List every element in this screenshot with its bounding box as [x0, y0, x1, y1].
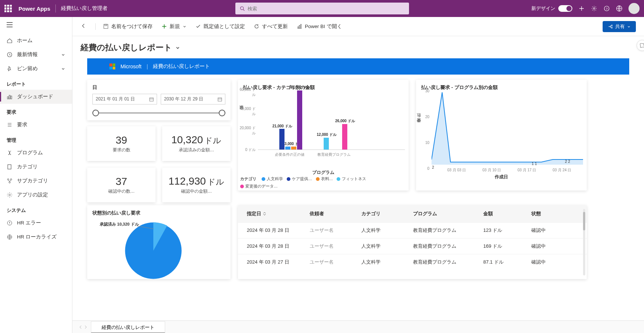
chevron-down-icon	[61, 52, 65, 57]
line-ytick: 20	[416, 115, 429, 119]
col-category[interactable]: カテゴリ	[361, 210, 413, 217]
line-chart-tile: 払い戻し要求 - プログラム別の金額 要求の数 0 10 20 30 28	[416, 80, 587, 190]
date-from-input[interactable]: 2021 年 01 月 01 日	[92, 94, 157, 104]
sort-icon	[263, 212, 266, 216]
bar-xcat: 必要条件の正の値	[269, 152, 310, 157]
add-icon[interactable]	[578, 5, 585, 12]
col-status[interactable]: 状態	[531, 210, 568, 217]
gear-icon[interactable]	[591, 5, 597, 12]
nav-category-label: カテゴリ	[17, 164, 38, 170]
nav-dashboard-label: ダッシュボード	[17, 93, 53, 100]
bar-label: 26,000 ドル	[334, 119, 356, 123]
table-row[interactable]: 2024 年 03 月 28 日ユーザー名人文科学教育経費プログラム123 ドル…	[238, 222, 587, 238]
chevron-right-icon[interactable]	[84, 325, 87, 329]
col-program[interactable]: プログラム	[413, 210, 483, 217]
document-icon	[7, 164, 13, 170]
nav-program-label: プログラム	[17, 150, 43, 156]
sheet-footer: 経費の払い戻しレポート	[72, 320, 644, 333]
chevron-left-icon[interactable]	[79, 325, 82, 329]
banner-title: 経費の払い戻しレポート	[153, 63, 210, 70]
cmd-refresh-label: すべて更新	[262, 23, 288, 30]
legend-item: 人文科学	[267, 176, 283, 182]
new-design-toggle[interactable]: 新デザイン	[531, 5, 572, 12]
nav-subcategory[interactable]: サブカテゴリ	[0, 174, 72, 188]
col-date[interactable]: 指定日	[247, 210, 310, 217]
date-slider[interactable]	[92, 110, 225, 116]
nav-hr-error[interactable]: HR エラー	[0, 216, 72, 230]
globe-icon[interactable]	[616, 5, 623, 12]
search-icon	[240, 6, 245, 11]
program-icon	[7, 150, 13, 156]
line-xlabel: 作成日	[416, 174, 587, 180]
sheet-tab[interactable]: 経費の払い戻しレポート	[91, 321, 165, 333]
share-icon	[608, 24, 613, 29]
left-column: 日 2021 年 01 月 01 日 2030 年 12 月 29 日	[87, 80, 231, 202]
legend-item: フィットネス	[342, 176, 366, 182]
nav-hr-error-label: HR エラー	[17, 220, 41, 226]
cmd-save-as-label: 名前をつけて保存	[111, 23, 153, 30]
toggle-switch[interactable]	[558, 5, 572, 12]
svg-point-12	[10, 179, 12, 180]
chevron-down-icon[interactable]	[175, 45, 180, 50]
date-filter-label: 日	[92, 84, 225, 91]
kpi-label: 確認中の金額…	[181, 188, 212, 195]
nav-request[interactable]: 要求	[0, 118, 72, 132]
sheet-nav[interactable]	[75, 321, 91, 333]
svg-line-27	[137, 226, 154, 229]
cmd-refresh[interactable]: すべて更新	[254, 23, 288, 30]
slider-handle-right[interactable]	[219, 110, 225, 116]
nav-home-label: ホーム	[17, 37, 33, 44]
main-area: 名前をつけて保存 新規 既定値として設定 すべて更新 Power BI で開く …	[72, 17, 644, 333]
nav-pinned[interactable]: ピン留め	[0, 62, 72, 76]
date-to-input[interactable]: 2030 年 12 月 29 日	[161, 94, 225, 104]
tree-icon	[7, 178, 13, 184]
bar-label: 61,000 ドル	[289, 85, 311, 89]
report-banner: Microsoft | 経費の払い戻しレポート	[87, 58, 629, 75]
table-scrollbar[interactable]	[583, 209, 585, 275]
line-xtick: 03 月 03 日	[447, 168, 466, 173]
search-box[interactable]	[235, 3, 409, 14]
table-row[interactable]: 2024 年 03 月 27 日ユーザー名人文科学教育経費プログラム87.1 ド…	[238, 254, 587, 270]
nav-hr-localize[interactable]: HR ローカライズ	[0, 230, 72, 244]
date-filter-tile: 日 2021 年 01 月 01 日 2030 年 12 月 29 日	[87, 80, 231, 120]
date-from-value: 2021 年 01 月 01 日	[96, 96, 135, 102]
line-ytick: 30	[416, 89, 429, 93]
nav-program[interactable]: プログラム	[0, 146, 72, 160]
share-button[interactable]: 共有	[603, 21, 636, 32]
pie-chart-tile: 状態別の払い戻し要求 承認済み 10,320 ドル	[87, 205, 231, 279]
table-header: 指定日 依頼者 カテゴリ プログラム 金額 状態	[238, 205, 587, 222]
cmd-new[interactable]: 新規	[161, 23, 187, 30]
kpi-label: 承認済みの金額…	[179, 147, 214, 153]
kpi-review-count: 37確認中の数…	[87, 168, 156, 202]
svg-point-14	[9, 194, 10, 196]
cmd-save-as[interactable]: 名前をつけて保存	[95, 23, 153, 30]
waffle-icon[interactable]	[4, 5, 12, 12]
nav-category[interactable]: カテゴリ	[0, 160, 72, 174]
nav-dashboard[interactable]: ダッシュボード	[0, 90, 72, 104]
bar	[291, 147, 296, 150]
back-button[interactable]	[81, 23, 86, 30]
nav-app-settings[interactable]: アプリの設定	[0, 188, 72, 202]
refresh-icon	[254, 24, 259, 29]
col-amount[interactable]: 金額	[483, 210, 531, 217]
bar-legend: カテゴリ 人文科学 ケア提供… 衣料… フィットネス 変更後のデータ…	[238, 176, 409, 189]
search-input[interactable]	[248, 6, 405, 11]
table-row[interactable]: 2024 年 03 月 28 日ユーザー名人文科学教育経費プログラム169 ドル…	[238, 238, 587, 254]
kpi-request-count: 39要求の数	[87, 126, 156, 161]
check-icon	[195, 24, 201, 29]
slider-handle-left[interactable]	[92, 110, 99, 116]
cmd-powerbi[interactable]: Power BI で開く	[297, 23, 342, 30]
col-user[interactable]: 依頼者	[310, 210, 361, 217]
legend-item: 衣料…	[321, 176, 333, 182]
cmd-default[interactable]: 既定値として設定	[195, 23, 245, 30]
nav-section-system: システム	[0, 202, 72, 216]
line-xtick: 03 月 10 日	[483, 168, 501, 173]
help-icon[interactable]: ?	[603, 5, 610, 12]
avatar[interactable]	[628, 3, 640, 14]
nav-recent[interactable]: 最新情報	[0, 48, 72, 62]
bar-plot: 3,000 ドル 21,000 ドル 61,000 ドル 12,000 ドル 2…	[258, 83, 405, 150]
kpi-value: 10,320	[171, 134, 203, 145]
nav-home[interactable]: ホーム	[0, 34, 72, 48]
home-icon	[7, 38, 13, 44]
hamburger-icon[interactable]	[0, 17, 72, 34]
